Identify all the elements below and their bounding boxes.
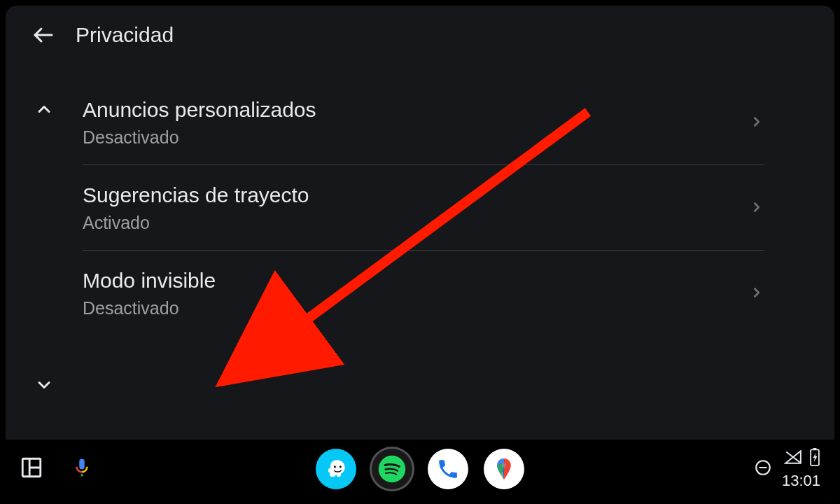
svg-point-7: [337, 472, 341, 477]
chevron-right-icon: [749, 200, 764, 218]
bottom-nav-bar: 13:01: [6, 440, 834, 498]
signal-icon: [784, 449, 802, 468]
app-google-maps[interactable]: [484, 449, 524, 489]
voice-assistant-button[interactable]: [71, 457, 92, 481]
svg-rect-15: [813, 448, 817, 449]
svg-point-5: [340, 465, 342, 468]
item-title: Anuncios personalizados: [83, 98, 316, 122]
settings-item-route-suggestions[interactable]: Sugerencias de trayecto Activado: [83, 165, 764, 251]
app-waze[interactable]: [316, 449, 356, 489]
app-phone[interactable]: [428, 449, 468, 489]
svg-point-10: [502, 463, 507, 468]
back-button[interactable]: [31, 22, 56, 48]
chevron-right-icon: [749, 285, 764, 303]
scroll-down-button[interactable]: [34, 375, 54, 398]
svg-marker-16: [813, 453, 818, 462]
chevron-right-icon: [749, 114, 764, 132]
clock: 13:01: [782, 472, 820, 490]
do-not-disturb-icon[interactable]: [754, 458, 772, 479]
svg-point-4: [334, 465, 336, 468]
item-status: Activado: [83, 213, 309, 233]
scroll-up-button[interactable]: [34, 99, 54, 122]
app-launcher-button[interactable]: [20, 456, 43, 482]
app-spotify[interactable]: [372, 449, 412, 489]
item-title: Modo invisible: [83, 269, 216, 293]
settings-item-invisible-mode[interactable]: Modo invisible Desactivado: [83, 251, 764, 335]
item-title: Sugerencias de trayecto: [83, 183, 309, 207]
page-title: Privacidad: [76, 23, 174, 47]
svg-point-6: [330, 472, 334, 477]
item-status: Desactivado: [83, 298, 216, 318]
settings-item-personalized-ads[interactable]: Anuncios personalizados Desactivado: [83, 80, 764, 165]
battery-charging-icon: [809, 448, 820, 469]
item-status: Desactivado: [83, 127, 316, 148]
